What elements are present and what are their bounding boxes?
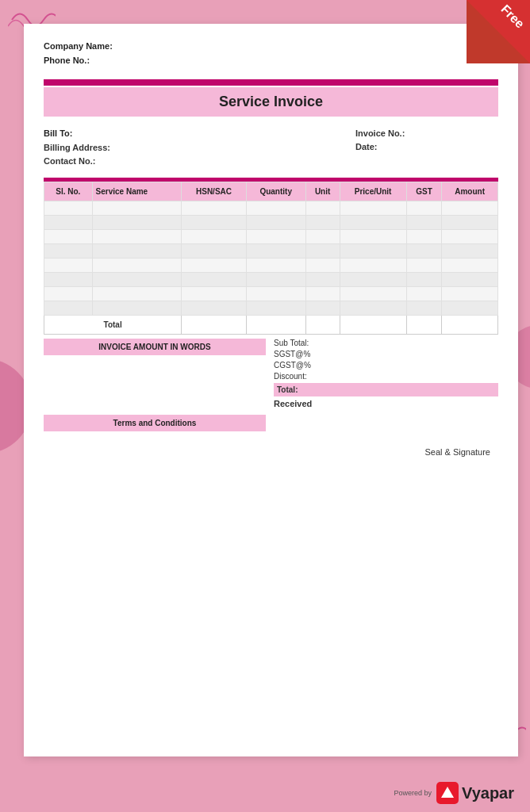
- vyapar-icon: [436, 782, 459, 804]
- total-qty: [246, 316, 305, 335]
- contact-row: Contact No.:: [44, 156, 340, 166]
- cgst-row: CGST@%: [274, 361, 498, 370]
- seal-signature-label: Seal & Signature: [424, 447, 490, 457]
- col-header-gst: GST: [406, 182, 442, 201]
- date-row: Date:: [355, 142, 498, 151]
- free-ribbon-text: Free: [498, 2, 528, 32]
- table-row: [44, 201, 498, 216]
- invoice-no-row: Invoice No.:: [355, 128, 498, 138]
- table-row: [44, 301, 498, 316]
- date-label: Date:: [355, 142, 378, 151]
- vyapar-logo: Vyapar: [436, 782, 514, 804]
- table-row: [44, 287, 498, 301]
- table-wrapper: Sl. No. Service Name HSN/SAC Quantity Un…: [44, 178, 498, 335]
- table-row: [44, 216, 498, 230]
- discount-row: Discount:: [274, 372, 498, 381]
- col-header-amount: Amount: [442, 182, 498, 201]
- col-header-slno: Sl. No.: [44, 182, 93, 201]
- free-ribbon: Free: [467, 0, 530, 63]
- table-row: [44, 244, 498, 259]
- bottom-section: INVOICE AMOUNT IN WORDS Terms and Condit…: [44, 339, 498, 431]
- col-header-service: Service Name: [92, 182, 182, 201]
- total-unit: [305, 316, 340, 335]
- total-price: [340, 316, 406, 335]
- table-row: [44, 259, 498, 273]
- invoice-table: Sl. No. Service Name HSN/SAC Quantity Un…: [44, 182, 498, 335]
- sub-total-row: Sub Total:: [274, 339, 498, 347]
- invoice-no-label: Invoice No.:: [355, 128, 405, 138]
- table-row: [44, 273, 498, 287]
- vyapar-name: Vyapar: [462, 784, 514, 802]
- sub-total-label: Sub Total:: [274, 339, 309, 347]
- invoice-title: Service Invoice: [44, 94, 498, 110]
- bottom-right: Sub Total: SGST@% CGST@% Discount: Total…: [274, 339, 498, 431]
- total-summary-row: Total:: [274, 383, 498, 396]
- col-header-hsn: HSN/SAC: [182, 182, 247, 201]
- invoice-paper: Company Name: Phone No.: Service Invoice…: [24, 24, 518, 756]
- total-hsn: [182, 316, 247, 335]
- billing-address-label: Billing Address:: [44, 143, 110, 152]
- bill-to-label: Bill To:: [44, 128, 340, 138]
- total-row: Total: [44, 316, 498, 335]
- col-header-qty: Quantity: [246, 182, 305, 201]
- total-gst: [406, 316, 442, 335]
- total-amount: [442, 316, 498, 335]
- invoice-amount-words-label: INVOICE AMOUNT IN WORDS: [44, 339, 266, 355]
- sgst-label: SGST@%: [274, 350, 310, 358]
- company-info: Company Name: Phone No.:: [44, 40, 498, 67]
- col-header-unit: Unit: [305, 182, 340, 201]
- total-summary-label: Total:: [277, 385, 298, 394]
- total-label: Total: [44, 316, 182, 335]
- terms-label: Terms and Conditions: [44, 415, 266, 431]
- company-name-label: Company Name:: [44, 40, 498, 54]
- discount-label: Discount:: [274, 372, 307, 381]
- powered-by-text: Powered by: [394, 789, 432, 797]
- table-header-row: Sl. No. Service Name HSN/SAC Quantity Un…: [44, 182, 498, 201]
- title-subtitle: Service Invoice: [44, 87, 498, 117]
- bill-to-left: Bill To: Billing Address: Contact No.:: [44, 128, 340, 170]
- contact-label: Contact No.:: [44, 156, 95, 166]
- bill-to-section: Bill To: Billing Address: Contact No.: I…: [44, 128, 498, 170]
- table-row: [44, 230, 498, 244]
- vyapar-branding: Powered by Vyapar: [394, 782, 515, 804]
- cgst-label: CGST@%: [274, 361, 311, 370]
- title-bar: [44, 79, 498, 86]
- bottom-left: INVOICE AMOUNT IN WORDS Terms and Condit…: [44, 339, 266, 431]
- sgst-row: SGST@%: [274, 350, 498, 358]
- received-row: Received: [274, 399, 498, 408]
- col-header-price: Price/Unit: [340, 182, 406, 201]
- billing-address-row: Billing Address:: [44, 143, 340, 152]
- bill-to-right: Invoice No.: Date:: [340, 128, 498, 170]
- seal-signature: Seal & Signature: [44, 447, 498, 457]
- received-label: Received: [274, 399, 312, 408]
- amount-words-value: [44, 359, 266, 407]
- phone-label: Phone No.:: [44, 54, 498, 68]
